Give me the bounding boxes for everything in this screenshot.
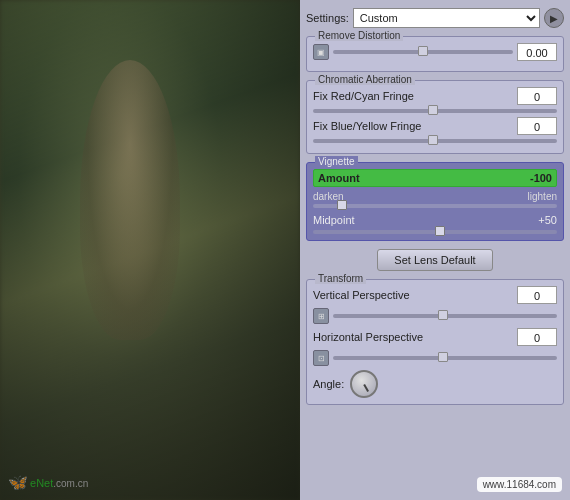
lens-default-button[interactable]: Set Lens Default (377, 249, 492, 271)
horizontal-perspective-value[interactable]: 0 (517, 328, 557, 346)
image-panel: 🦋 eNet.com.cn (0, 0, 300, 500)
fix-blue-yellow-label: Fix Blue/Yellow Fringe (313, 120, 513, 132)
fix-blue-yellow-track[interactable] (313, 139, 557, 143)
right-panel: Settings: Custom ▶ Remove Distortion ▣ 0… (300, 0, 570, 500)
chromatic-aberration-title: Chromatic Aberration (315, 74, 415, 85)
transform-title: Transform (315, 273, 366, 284)
midpoint-row: Midpoint +50 (313, 214, 557, 226)
vertical-perspective-value[interactable]: 0 (517, 286, 557, 304)
fix-blue-yellow-value[interactable]: 0 (517, 117, 557, 135)
watermark-com: .com.cn (53, 478, 88, 489)
amount-thumb[interactable] (337, 200, 347, 210)
horizontal-perspective-label: Horizontal Perspective (313, 331, 513, 343)
remove-distortion-section: Remove Distortion ▣ 0.00 (306, 36, 564, 72)
fix-red-cyan-slider-row (313, 109, 557, 113)
midpoint-label: Midpoint (313, 214, 517, 226)
chromatic-aberration-section: Chromatic Aberration Fix Red/Cyan Fringe… (306, 80, 564, 154)
settings-row: Settings: Custom ▶ (306, 8, 564, 28)
distortion-icon: ▣ (313, 44, 329, 60)
settings-action-button[interactable]: ▶ (544, 8, 564, 28)
fix-blue-yellow-slider-row (313, 139, 557, 143)
midpoint-thumb[interactable] (435, 226, 445, 236)
lighten-label: lighten (528, 191, 557, 202)
horizontal-perspective-slider-row: ⊡ (313, 350, 557, 366)
vertical-perspective-slider-row: ⊞ (313, 308, 557, 324)
angle-dial[interactable] (350, 370, 378, 398)
vertical-perspective-label: Vertical Perspective (313, 289, 513, 301)
settings-label: Settings: (306, 12, 349, 24)
horizontal-perspective-track[interactable] (333, 356, 557, 360)
remove-distortion-title: Remove Distortion (315, 30, 403, 41)
remove-distortion-slider-row: ▣ 0.00 (313, 43, 557, 61)
fix-blue-yellow-thumb[interactable] (428, 135, 438, 145)
remove-distortion-track[interactable] (333, 50, 513, 54)
figure-shape (80, 60, 180, 340)
midpoint-value: +50 (517, 214, 557, 226)
horizontal-icon: ⊡ (313, 350, 329, 366)
amount-row: Amount -100 (313, 169, 557, 187)
watermark-net: Net (36, 477, 53, 489)
butterfly-icon: 🦋 (8, 473, 28, 492)
amount-slider-row (313, 204, 557, 208)
angle-row: Angle: (313, 370, 557, 398)
horizontal-perspective-row: Horizontal Perspective 0 (313, 328, 557, 346)
fix-red-cyan-track[interactable] (313, 109, 557, 113)
transform-section: Transform Vertical Perspective 0 ⊞ Horiz… (306, 279, 564, 405)
fix-red-cyan-row: Fix Red/Cyan Fringe 0 (313, 87, 557, 105)
vertical-perspective-row: Vertical Perspective 0 (313, 286, 557, 304)
vertical-perspective-thumb[interactable] (438, 310, 448, 320)
vertical-perspective-track[interactable] (333, 314, 557, 318)
settings-dropdown[interactable]: Custom (353, 8, 540, 28)
fix-blue-yellow-row: Fix Blue/Yellow Fringe 0 (313, 117, 557, 135)
darken-lighten-row: darken lighten (313, 191, 557, 202)
horizontal-perspective-thumb[interactable] (438, 352, 448, 362)
bottom-logo: www.11684.com (477, 477, 562, 492)
fix-red-cyan-value[interactable]: 0 (517, 87, 557, 105)
amount-label: Amount (318, 172, 512, 184)
amount-track[interactable] (313, 204, 557, 208)
fix-red-cyan-thumb[interactable] (428, 105, 438, 115)
watermark-text: eNet.com.cn (30, 477, 88, 489)
angle-label: Angle: (313, 378, 344, 390)
watermark: 🦋 eNet.com.cn (8, 473, 88, 492)
vertical-icon: ⊞ (313, 308, 329, 324)
midpoint-track[interactable] (313, 230, 557, 234)
vignette-title: Vignette (315, 156, 358, 167)
vignette-section: Vignette Amount -100 darken lighten Midp… (306, 162, 564, 241)
remove-distortion-value[interactable]: 0.00 (517, 43, 557, 61)
remove-distortion-thumb[interactable] (418, 46, 428, 56)
amount-value: -100 (512, 172, 552, 184)
fix-red-cyan-label: Fix Red/Cyan Fringe (313, 90, 513, 102)
